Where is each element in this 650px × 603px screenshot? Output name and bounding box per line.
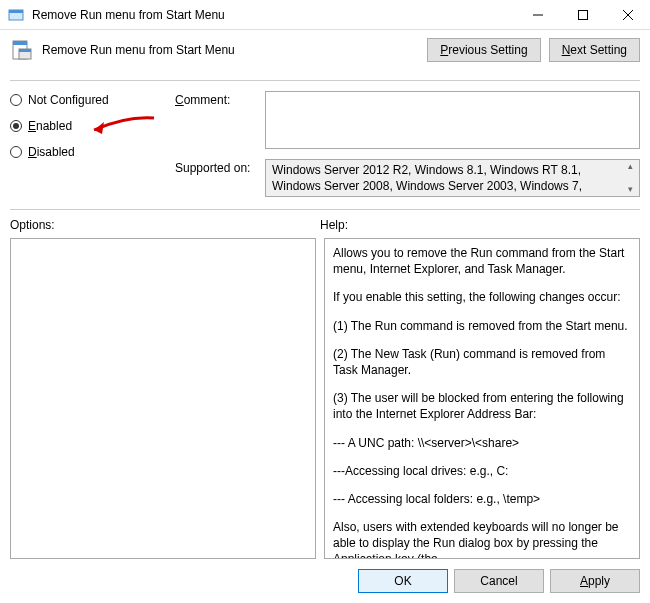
supported-on-label: Supported on: (175, 159, 255, 197)
annotation-arrow-icon (86, 114, 156, 144)
radio-disabled[interactable]: Disabled (10, 145, 165, 159)
help-text: --- Accessing local folders: e.g., \temp… (333, 491, 631, 507)
window-controls (515, 0, 650, 29)
close-button[interactable] (605, 0, 650, 29)
help-pane[interactable]: Allows you to remove the Run command fro… (324, 238, 640, 559)
svg-rect-3 (578, 10, 587, 19)
page-title: Remove Run menu from Start Menu (42, 43, 419, 57)
comment-label: Comment: (175, 91, 255, 149)
policy-icon (10, 38, 34, 62)
radio-label: Not Configured (28, 93, 109, 107)
radio-icon (10, 146, 22, 158)
ok-button[interactable]: OK (358, 569, 448, 593)
window-title: Remove Run menu from Start Menu (32, 8, 515, 22)
radio-icon (10, 120, 22, 132)
supported-on-value: Windows Server 2012 R2, Windows 8.1, Win… (265, 159, 640, 197)
apply-button[interactable]: Apply (550, 569, 640, 593)
help-label: Help: (320, 218, 348, 232)
help-text: If you enable this setting, the followin… (333, 289, 631, 305)
minimize-button[interactable] (515, 0, 560, 29)
help-text: Allows you to remove the Run command fro… (333, 245, 631, 277)
radio-label: Enabled (28, 119, 72, 133)
svg-rect-9 (19, 49, 31, 52)
radio-icon (10, 94, 22, 106)
help-text: (3) The user will be blocked from enteri… (333, 390, 631, 422)
comment-input[interactable] (265, 91, 640, 149)
radio-enabled[interactable]: Enabled (10, 119, 165, 133)
app-icon (8, 7, 24, 23)
help-text: (1) The Run command is removed from the … (333, 318, 631, 334)
previous-setting-button[interactable]: Previous Setting (427, 38, 540, 62)
radio-label: Disabled (28, 145, 75, 159)
svg-rect-1 (9, 10, 23, 13)
help-text: --- A UNC path: \\<server>\<share> (333, 435, 631, 451)
scroll-arrows-icon: ▴▾ (623, 162, 637, 194)
options-pane (10, 238, 316, 559)
next-setting-button[interactable]: Next Setting (549, 38, 640, 62)
cancel-button[interactable]: Cancel (454, 569, 544, 593)
help-text: (2) The New Task (Run) command is remove… (333, 346, 631, 378)
state-radios: Not Configured Enabled Disabled (10, 91, 165, 197)
dialog-footer: OK Cancel Apply (10, 559, 640, 593)
svg-rect-7 (13, 41, 27, 45)
help-text: ---Accessing local drives: e.g., C: (333, 463, 631, 479)
maximize-button[interactable] (560, 0, 605, 29)
header-row: Remove Run menu from Start Menu Previous… (10, 38, 640, 81)
radio-not-configured[interactable]: Not Configured (10, 93, 165, 107)
titlebar: Remove Run menu from Start Menu (0, 0, 650, 30)
help-text: Also, users with extended keyboards will… (333, 519, 631, 559)
supported-on-text: Windows Server 2012 R2, Windows 8.1, Win… (272, 163, 582, 197)
options-label: Options: (10, 218, 320, 232)
